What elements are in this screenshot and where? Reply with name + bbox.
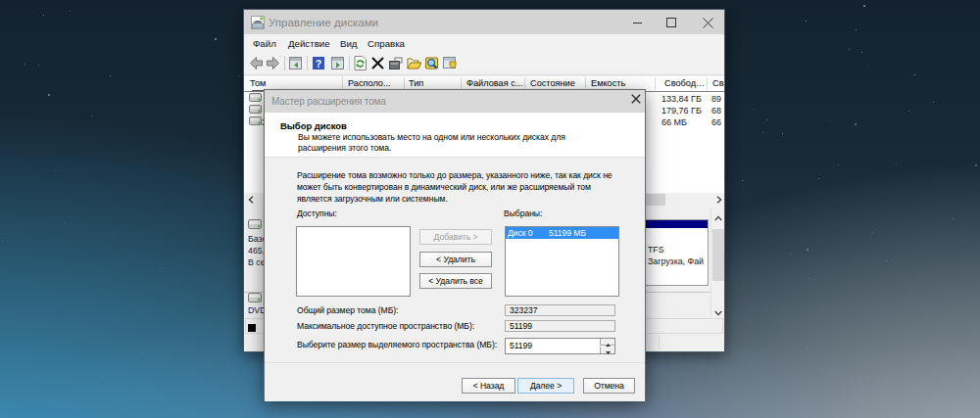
- svg-text:?: ?: [316, 59, 321, 70]
